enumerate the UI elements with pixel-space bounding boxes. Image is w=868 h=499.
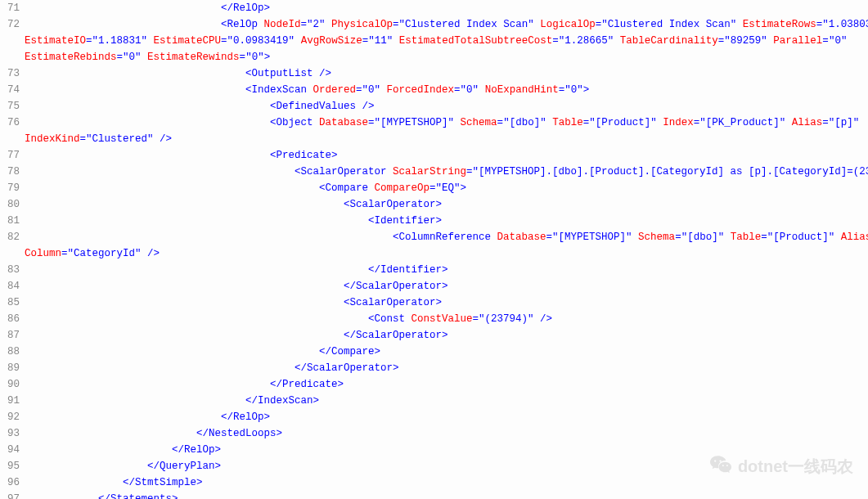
code-line: 71</RelOp> [0, 0, 868, 16]
code-content: <Const ConstValue="(23794)" /> [25, 311, 868, 327]
line-number: 85 [0, 294, 25, 311]
code-content: <IndexScan Ordered="0" ForcedIndex="0" N… [25, 82, 868, 98]
code-content: <ColumnReference Database="[MYPETSHOP]" … [25, 229, 868, 245]
line-number: 80 [0, 196, 25, 213]
code-content: <Predicate> [25, 147, 868, 164]
line-number: 83 [0, 262, 25, 278]
code-line: 91</IndexScan> [0, 393, 868, 409]
line-number: 84 [0, 278, 25, 294]
line-number: 94 [0, 442, 25, 458]
wechat-icon [710, 456, 731, 478]
line-number [0, 245, 25, 262]
line-number: 76 [0, 115, 25, 131]
line-number: 78 [0, 164, 25, 180]
code-content: <RelOp NodeId="2" PhysicalOp="Clustered … [25, 16, 868, 33]
code-line: EstimateRebinds="0" EstimateRewinds="0"> [0, 49, 868, 65]
code-content: </NestedLoops> [25, 425, 868, 442]
code-line: 76<Object Database="[MYPETSHOP]" Schema=… [0, 115, 868, 131]
line-number [0, 49, 25, 65]
line-number: 75 [0, 98, 25, 115]
line-number: 88 [0, 344, 25, 360]
line-number: 81 [0, 213, 25, 229]
code-line: 93</NestedLoops> [0, 425, 868, 442]
code-line: 80<ScalarOperator> [0, 196, 868, 213]
line-number: 72 [0, 16, 25, 33]
line-number [0, 33, 25, 49]
line-number: 93 [0, 425, 25, 442]
line-number: 74 [0, 82, 25, 98]
line-number: 73 [0, 65, 25, 82]
code-content: </RelOp> [25, 0, 868, 16]
line-number: 96 [0, 474, 25, 491]
code-content: </IndexScan> [25, 393, 868, 409]
line-number: 87 [0, 327, 25, 344]
code-line: EstimateIO="1.18831" EstimateCPU="0.0983… [0, 33, 868, 49]
code-content: <ScalarOperator> [25, 294, 868, 311]
code-content: </ScalarOperator> [25, 327, 868, 344]
code-line: 74<IndexScan Ordered="0" ForcedIndex="0"… [0, 82, 868, 98]
line-number: 91 [0, 393, 25, 409]
code-line: 72<RelOp NodeId="2" PhysicalOp="Clustere… [0, 16, 868, 33]
code-line: 81<Identifier> [0, 213, 868, 229]
code-line: Column="CategoryId" /> [0, 245, 868, 262]
code-content: </Identifier> [25, 262, 868, 278]
code-line: 97</Statements> [0, 491, 868, 499]
code-line: 88</Compare> [0, 344, 868, 360]
line-number: 79 [0, 180, 25, 196]
line-number: 95 [0, 458, 25, 474]
watermark: dotnet一线码农 [710, 456, 853, 478]
line-number: 89 [0, 360, 25, 376]
code-line: 90</Predicate> [0, 376, 868, 393]
code-content: </Predicate> [25, 376, 868, 393]
code-line: 83</Identifier> [0, 262, 868, 278]
code-content: <Object Database="[MYPETSHOP]" Schema="[… [25, 115, 868, 131]
code-content: </Compare> [25, 344, 868, 360]
code-content: <Identifier> [25, 213, 868, 229]
code-line: 73<OutputList /> [0, 65, 868, 82]
code-line: 75<DefinedValues /> [0, 98, 868, 115]
code-content: <Compare CompareOp="EQ"> [25, 180, 868, 196]
line-number: 86 [0, 311, 25, 327]
code-content: </ScalarOperator> [25, 360, 868, 376]
code-line: 85<ScalarOperator> [0, 294, 868, 311]
code-viewer: 71</RelOp>72<RelOp NodeId="2" PhysicalOp… [0, 0, 868, 499]
code-line: 82<ColumnReference Database="[MYPETSHOP]… [0, 229, 868, 245]
code-content: <OutputList /> [25, 65, 868, 82]
code-content: IndexKind="Clustered" /> [25, 131, 868, 147]
code-content: </Statements> [25, 491, 868, 499]
code-line: 87</ScalarOperator> [0, 327, 868, 344]
code-content: EstimateRebinds="0" EstimateRewinds="0"> [25, 49, 868, 65]
code-line: 86<Const ConstValue="(23794)" /> [0, 311, 868, 327]
line-number: 92 [0, 409, 25, 425]
line-number: 77 [0, 147, 25, 164]
code-content: <ScalarOperator ScalarString="[MYPETSHOP… [25, 164, 868, 180]
code-line: 92</RelOp> [0, 409, 868, 425]
line-number: 97 [0, 491, 25, 499]
code-line: 77<Predicate> [0, 147, 868, 164]
line-number: 90 [0, 376, 25, 393]
code-content: <ScalarOperator> [25, 196, 868, 213]
code-line: 89</ScalarOperator> [0, 360, 868, 376]
code-content: EstimateIO="1.18831" EstimateCPU="0.0983… [25, 33, 868, 49]
code-content: </RelOp> [25, 409, 868, 425]
line-number [0, 131, 25, 147]
code-line: 78<ScalarOperator ScalarString="[MYPETSH… [0, 164, 868, 180]
watermark-text: dotnet一线码农 [738, 456, 853, 478]
code-line: 79<Compare CompareOp="EQ"> [0, 180, 868, 196]
code-content: Column="CategoryId" /> [25, 245, 868, 262]
line-number: 82 [0, 229, 25, 245]
code-line: 84</ScalarOperator> [0, 278, 868, 294]
code-content: </ScalarOperator> [25, 278, 868, 294]
code-line: IndexKind="Clustered" /> [0, 131, 868, 147]
code-content: <DefinedValues /> [25, 98, 868, 115]
line-number: 71 [0, 0, 25, 16]
